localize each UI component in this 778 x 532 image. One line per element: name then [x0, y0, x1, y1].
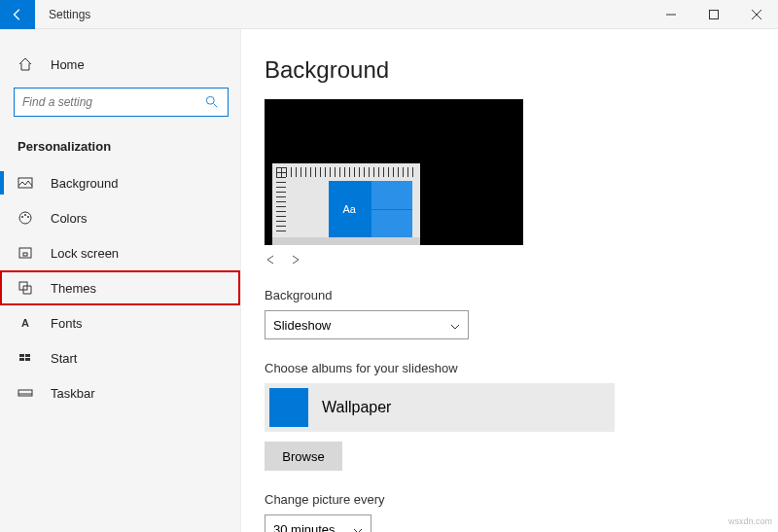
interval-dropdown[interactable]: 30 minutes: [265, 514, 371, 532]
window-title: Settings: [49, 8, 90, 21]
svg-point-2: [206, 96, 214, 104]
background-dropdown[interactable]: Slideshow: [265, 310, 469, 339]
main-panel: Background Aa Background Slideshow: [241, 29, 778, 532]
page-title: Background: [265, 56, 778, 84]
home-icon: [18, 56, 33, 72]
sidebar-item-lockscreen[interactable]: Lock screen: [0, 235, 240, 270]
watermark: wsxdn.com: [728, 516, 772, 526]
svg-point-5: [19, 212, 31, 224]
svg-point-6: [21, 216, 23, 218]
svg-line-3: [214, 104, 218, 108]
sidebar-category-header: Personalization: [0, 130, 240, 161]
sidebar-item-colors[interactable]: Colors: [0, 200, 240, 235]
preview-sample-text: Aa: [329, 181, 371, 237]
album-name: Wallpaper: [322, 399, 391, 416]
maximize-button[interactable]: [692, 0, 735, 29]
chevron-down-icon: [353, 522, 363, 533]
preview-next-icon[interactable]: [288, 251, 301, 268]
category-label: Personalization: [18, 139, 111, 154]
minimize-button[interactable]: [650, 0, 692, 29]
picture-icon: [18, 175, 33, 191]
desktop-preview: Aa: [265, 99, 523, 245]
sidebar-item-themes[interactable]: Themes: [0, 270, 240, 305]
back-button[interactable]: [0, 0, 35, 29]
sidebar: Home Personalization Background Colors L…: [0, 29, 241, 532]
albums-label: Choose albums for your slideshow: [265, 361, 778, 375]
background-label: Background: [265, 288, 778, 302]
sidebar-item-label: Lock screen: [51, 246, 119, 261]
sidebar-home[interactable]: Home: [0, 47, 240, 82]
browse-button[interactable]: Browse: [265, 442, 342, 471]
svg-rect-1: [710, 10, 719, 18]
search-input[interactable]: [22, 95, 204, 109]
svg-point-7: [24, 214, 26, 216]
sidebar-item-label: Background: [51, 176, 118, 191]
sidebar-item-fonts[interactable]: A Fonts: [0, 305, 240, 340]
svg-rect-10: [23, 253, 27, 256]
preview-prev-icon[interactable]: [265, 251, 278, 268]
sidebar-item-label: Fonts: [51, 316, 83, 331]
sidebar-item-label: Themes: [51, 281, 96, 296]
sidebar-item-label: Taskbar: [51, 386, 95, 401]
chevron-down-icon: [450, 318, 460, 333]
album-thumbnail: [269, 388, 308, 427]
palette-icon: [18, 210, 33, 226]
sidebar-item-background[interactable]: Background: [0, 165, 240, 200]
svg-rect-14: [19, 358, 24, 361]
search-icon: [204, 94, 220, 110]
close-button[interactable]: [735, 0, 778, 29]
fonts-icon: A: [18, 315, 33, 331]
taskbar-icon: [18, 385, 33, 401]
start-icon: [18, 350, 33, 366]
album-item[interactable]: Wallpaper: [265, 383, 615, 432]
dropdown-value: Slideshow: [273, 318, 331, 333]
svg-rect-13: [25, 354, 30, 357]
svg-rect-12: [19, 354, 24, 357]
svg-rect-16: [18, 390, 32, 396]
svg-point-8: [27, 216, 29, 218]
sidebar-item-taskbar[interactable]: Taskbar: [0, 375, 240, 410]
search-box[interactable]: [14, 88, 229, 117]
sidebar-item-label: Start: [51, 351, 77, 366]
themes-icon: [18, 280, 33, 296]
preview-nav: [265, 251, 778, 268]
interval-label: Change picture every: [265, 492, 778, 507]
dropdown-value: 30 minutes: [273, 522, 336, 533]
svg-rect-15: [25, 358, 30, 361]
titlebar: Settings: [0, 0, 778, 29]
window-controls: [650, 0, 778, 29]
sidebar-item-label: Colors: [51, 211, 88, 226]
lock-icon: [18, 245, 33, 261]
sidebar-item-start[interactable]: Start: [0, 340, 240, 375]
sidebar-home-label: Home: [51, 57, 85, 72]
